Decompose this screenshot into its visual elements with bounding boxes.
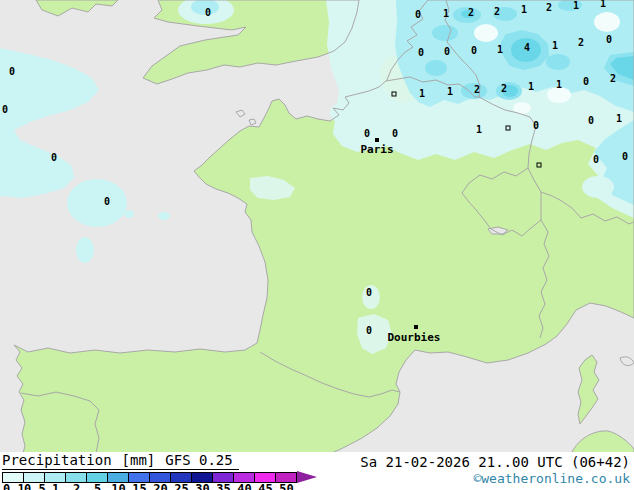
precip-value: 0 bbox=[364, 128, 370, 139]
scale-tick-label: 5 bbox=[87, 482, 108, 490]
precip-value: 1 bbox=[556, 79, 562, 90]
scale-tick-label: 0.5 bbox=[24, 482, 45, 490]
city-dot bbox=[375, 138, 379, 142]
precip-value: 0 bbox=[622, 151, 628, 162]
scale-tick-label: 0.1 bbox=[3, 482, 24, 490]
precip-value: 0 bbox=[583, 76, 589, 87]
precip-value: 0 bbox=[588, 115, 594, 126]
precip-value: 1 bbox=[573, 0, 579, 11]
precip-value: 1 bbox=[443, 8, 449, 19]
precipitation-map: 012212110001412011221102100100000000000 … bbox=[0, 0, 634, 453]
legend-title-group: Precipitation[mm]GFS 0.25 bbox=[2, 452, 239, 470]
precip-value: 1 bbox=[476, 124, 482, 135]
scale-tick-label: 15 bbox=[129, 482, 150, 490]
precip-value: 1 bbox=[600, 0, 606, 9]
precip-value: 0 bbox=[51, 152, 57, 163]
precip-value: 0 bbox=[366, 325, 372, 336]
legend-unit: [mm] bbox=[122, 452, 156, 468]
legend-model: GFS 0.25 bbox=[165, 452, 232, 468]
precip-value: 0 bbox=[9, 66, 15, 77]
precip-value: 2 bbox=[474, 84, 480, 95]
precip-value: 0 bbox=[593, 154, 599, 165]
precip-value: 0 bbox=[2, 104, 8, 115]
precip-value: 0 bbox=[418, 47, 424, 58]
precip-value: 1 bbox=[521, 4, 527, 15]
precip-value: 1 bbox=[447, 86, 453, 97]
precip-value: 1 bbox=[552, 40, 558, 51]
precip-value: 2 bbox=[494, 6, 500, 17]
precip-value: 0 bbox=[366, 287, 372, 298]
scale-tick-label: 35 bbox=[213, 482, 234, 490]
precip-value: 0 bbox=[104, 196, 110, 207]
precip-value: 2 bbox=[501, 83, 507, 94]
weather-map-page: 012212110001412011221102100100000000000 … bbox=[0, 0, 634, 490]
scale-tick-label: 40 bbox=[234, 482, 255, 490]
scale-tick-label: 25 bbox=[171, 482, 192, 490]
city-label: Paris bbox=[360, 143, 393, 156]
color-scale-labels: 0.10.5125101520253035404550 bbox=[3, 482, 297, 490]
precip-value: 2 bbox=[546, 2, 552, 13]
precip-value: 0 bbox=[415, 9, 421, 20]
legend-title: Precipitation bbox=[2, 452, 112, 468]
scale-tick-label: 45 bbox=[255, 482, 276, 490]
precip-value: 0 bbox=[392, 128, 398, 139]
forecast-timestamp: Sa 21-02-2026 21..00 UTC (06+42) bbox=[360, 454, 630, 470]
scale-tick-label: 2 bbox=[66, 482, 87, 490]
precip-value: 1 bbox=[497, 44, 503, 55]
scale-tick-label: 20 bbox=[150, 482, 171, 490]
precip-value: 4 bbox=[524, 42, 530, 53]
precip-value: 2 bbox=[578, 37, 584, 48]
precip-value: 1 bbox=[616, 113, 622, 124]
precip-value: 0 bbox=[205, 7, 211, 18]
precip-value: 2 bbox=[468, 7, 474, 18]
scale-overflow-arrow bbox=[297, 471, 317, 483]
scale-tick-label: 1 bbox=[45, 482, 66, 490]
city-dot bbox=[414, 325, 418, 329]
precip-value: 1 bbox=[419, 88, 425, 99]
city-label: Dourbies bbox=[388, 331, 441, 344]
copyright-link[interactable]: ©weatheronline.co.uk bbox=[473, 471, 630, 486]
precip-value: 0 bbox=[606, 34, 612, 45]
precip-value: 2 bbox=[610, 73, 616, 84]
precip-value: 0 bbox=[471, 45, 477, 56]
precip-value: 1 bbox=[528, 81, 534, 92]
precip-value: 0 bbox=[444, 46, 450, 57]
scale-tick-label: 50 bbox=[276, 482, 297, 490]
legend-bar: Precipitation[mm]GFS 0.25 Sa 21-02-2026 … bbox=[0, 452, 634, 490]
scale-tick-label: 30 bbox=[192, 482, 213, 490]
precip-value: 0 bbox=[533, 120, 539, 131]
scale-tick-label: 10 bbox=[108, 482, 129, 490]
